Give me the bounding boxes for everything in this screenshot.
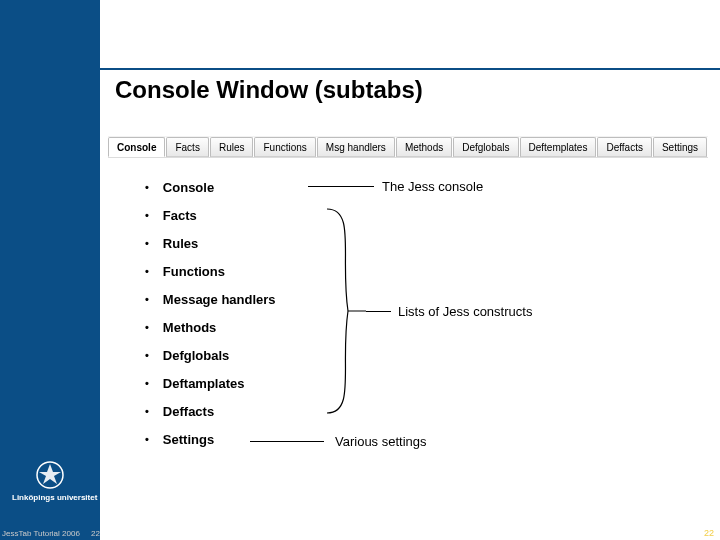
- university-logo: Linköpings universitet: [12, 460, 88, 502]
- list-item: •Settings: [145, 432, 365, 460]
- bullet-icon: •: [145, 322, 149, 333]
- connector-line: [308, 186, 374, 188]
- top-rule: [100, 68, 720, 70]
- bullet-icon: •: [145, 266, 149, 277]
- item-label: Message handlers: [163, 292, 276, 307]
- item-label: Functions: [163, 264, 225, 279]
- bullet-icon: •: [145, 406, 149, 417]
- subtab-deffacts[interactable]: Deffacts: [597, 137, 652, 157]
- brace-icon: [326, 207, 368, 415]
- item-label: Deftamplates: [163, 376, 245, 391]
- item-label: Console: [163, 180, 214, 195]
- brand-text: Linköpings universitet: [12, 493, 88, 502]
- bullet-icon: •: [145, 378, 149, 389]
- item-label: Defglobals: [163, 348, 229, 363]
- bullet-icon: •: [145, 294, 149, 305]
- subtab-settings[interactable]: Settings: [653, 137, 707, 157]
- subtab-deftemplates[interactable]: Deftemplates: [520, 137, 597, 157]
- list-item: •Console: [145, 180, 365, 208]
- footer-right: 22: [704, 528, 714, 538]
- footer-slide-number: 22: [91, 529, 100, 538]
- connector-line: [366, 311, 391, 312]
- item-label: Methods: [163, 320, 216, 335]
- annotation-group: Lists of Jess constructs: [398, 304, 532, 319]
- bullet-icon: •: [145, 210, 149, 221]
- seal-icon: [35, 460, 65, 490]
- slide-title: Console Window (subtabs): [115, 76, 423, 104]
- subtab-msg-handlers[interactable]: Msg handlers: [317, 137, 395, 157]
- bullet-icon: •: [145, 434, 149, 445]
- left-rail: [0, 0, 100, 540]
- annotation-settings: Various settings: [335, 434, 427, 449]
- connector-line: [250, 441, 324, 443]
- item-label: Deffacts: [163, 404, 214, 419]
- subtab-functions[interactable]: Functions: [254, 137, 315, 157]
- bullet-icon: •: [145, 238, 149, 249]
- item-label: Facts: [163, 208, 197, 223]
- item-label: Settings: [163, 432, 214, 447]
- subtab-rules[interactable]: Rules: [210, 137, 254, 157]
- annotation-console: The Jess console: [382, 179, 483, 194]
- bullet-icon: •: [145, 350, 149, 361]
- item-label: Rules: [163, 236, 198, 251]
- subtab-defglobals[interactable]: Defglobals: [453, 137, 518, 157]
- subtab-strip: Console Facts Rules Functions Msg handle…: [108, 136, 708, 158]
- subtab-methods[interactable]: Methods: [396, 137, 452, 157]
- footer-title: JessTab Tutorial 2006: [2, 529, 80, 538]
- subtab-facts[interactable]: Facts: [166, 137, 208, 157]
- bullet-icon: •: [145, 182, 149, 193]
- footer-left: JessTab Tutorial 2006 22: [2, 529, 100, 538]
- subtab-console[interactable]: Console: [108, 137, 165, 157]
